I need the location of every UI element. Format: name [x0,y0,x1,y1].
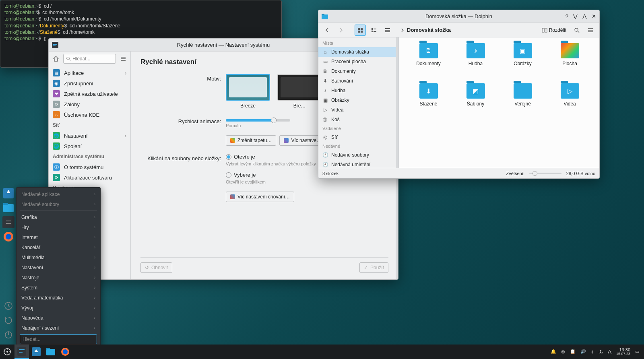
view-details-button[interactable] [382,25,393,36]
history-icon[interactable] [2,300,14,312]
nav-forward-button[interactable] [335,25,347,36]
menu-category[interactable]: Nástroje› [18,272,99,283]
dolphin-breadcrumb[interactable]: Domovská složka [400,27,451,33]
menu-category[interactable]: Kancelář› [18,242,99,252]
file-item[interactable]: ♪Hudba [454,43,497,79]
sidebar-item[interactable]: ❤Zpětná vazba uživatele [49,89,130,99]
task-settings[interactable] [14,345,29,359]
power-icon[interactable] [2,329,14,341]
tray-volume-icon[interactable]: 🔊 [580,349,586,354]
sidebar-home-button[interactable] [51,54,61,64]
menu-category[interactable]: Nastavení› [18,262,99,272]
theme-option[interactable]: Breeze [226,74,270,109]
maximize-button[interactable]: ⋀ [582,13,587,19]
restart-icon[interactable] [2,314,14,326]
refresh-button[interactable]: ↺ Obnovit [140,262,172,273]
dolphin-file-view[interactable]: 🗎Dokumenty♪Hudba▣ObrázkyPlocha⬇Stažené◩Š… [399,37,599,168]
menu-recent-files[interactable]: Nedávné soubory› [18,199,99,209]
tray-desktop-icon[interactable]: ▭ [635,349,639,354]
places-item[interactable]: 🕘Nedávná umístění [318,160,398,168]
file-item[interactable]: Plocha [548,43,591,79]
menu-recent-apps[interactable]: Nedávné aplikace› [18,189,99,199]
places-item[interactable]: 🗎Dokumenty [318,66,398,76]
tray-clipboard-icon[interactable]: 📋 [570,349,576,354]
svg-rect-5 [322,14,328,19]
dolphin-titlebar[interactable]: Domovská složka — Dolphin ? ⋁ ⋀ ✕ [318,10,599,23]
places-item[interactable]: ▷Videa [318,105,398,115]
menu-category[interactable]: Systém› [18,283,99,293]
menu-category[interactable]: Internet› [18,232,99,242]
app-launcher-button[interactable] [0,345,14,359]
change-wallpaper-button[interactable]: Změnit tapetu… [226,135,276,146]
sidebar-item[interactable]: ⓘO tomto systému [49,162,130,172]
sidebar-item[interactable]: ◉Zpřístupnění [49,78,130,89]
svg-rect-0 [52,42,58,48]
chevron-right-icon: › [94,275,95,280]
fav-firefox-icon[interactable] [2,231,14,243]
theme-option[interactable]: Bre… [277,74,322,109]
sidebar-item[interactable]: ▦Aplikace› [49,68,130,78]
fav-discover-icon[interactable] [2,187,14,199]
zoom-slider[interactable] [529,173,561,174]
help-button[interactable]: ? [566,13,568,19]
svg-rect-7 [358,28,360,30]
svg-rect-25 [6,221,11,221]
apply-button[interactable]: ✓ Použít [359,262,388,273]
tray-expand-icon[interactable]: ⋀ [608,349,611,354]
nav-back-button[interactable] [322,25,333,36]
dolphin-menu-button[interactable] [585,25,596,36]
menu-category[interactable]: Hry› [18,222,99,232]
file-item[interactable]: ▷Videa [548,83,591,120]
menu-category[interactable]: Věda a matematika› [18,293,99,303]
minimize-button[interactable]: ⋁ [573,13,578,19]
tray-notifications-icon[interactable]: 🔔 [551,349,556,354]
fav-settings-icon[interactable] [2,216,14,228]
file-item[interactable]: 🗎Dokumenty [407,43,450,79]
places-item[interactable]: ⬇Stahování [318,76,398,86]
dolphin-search-button[interactable] [571,25,582,36]
tray-circle-icon[interactable]: ◎ [561,349,565,354]
settings-hamburger-button[interactable] [118,54,128,64]
svg-rect-12 [374,29,376,29]
chevron-right-icon [400,28,405,32]
task-discover[interactable] [29,345,43,359]
places-item[interactable]: 🗑Koš [318,115,398,124]
task-dolphin[interactable] [43,345,58,359]
menu-category[interactable]: Multimédia› [18,252,99,262]
sidebar-item[interactable]: ⌂Úschovna KDE [49,109,130,120]
sidebar-item-label: Zpřístupnění [64,80,93,87]
places-item[interactable]: ▣Obrázky [318,95,398,105]
places-item[interactable]: ▭Pracovní plocha [318,57,398,66]
sidebar-item[interactable]: ⟳Aktualizace softwaru [49,172,130,183]
view-icons-button[interactable] [355,25,366,36]
places-item[interactable]: ♪Hudba [318,86,398,95]
places-item[interactable]: ◎Síť [318,132,398,142]
close-button[interactable]: ✕ [592,13,596,19]
places-item-label: Videa [331,107,343,113]
sidebar-item[interactable]: 🌐Spojení [49,141,130,151]
places-item[interactable]: 🕘Nedávné soubory [318,150,398,160]
sidebar-item[interactable]: ⟳Zálohy [49,99,130,109]
sidebar-item-label: Zálohy [64,101,80,107]
menu-category[interactable]: Vývoj› [18,303,99,313]
settings-search-input[interactable]: Hledat... [63,54,116,64]
places-item[interactable]: ⌂Domovská složka [318,47,398,57]
task-firefox[interactable] [58,345,72,359]
appmenu-search-input[interactable]: Hledat... [20,334,97,344]
sidebar-item[interactable]: 🌐Nastavení› [49,130,130,141]
split-button[interactable]: Rozdělit [539,25,569,36]
menu-category[interactable]: Napájení / sezení› [18,323,99,333]
animation-speed-slider[interactable] [226,119,290,122]
file-item[interactable]: ⬇Stažené [407,83,450,120]
menu-category[interactable]: Nápověda› [18,313,99,323]
menu-category[interactable]: Grafika› [18,212,99,222]
file-item[interactable]: ◩Šablony [454,83,497,120]
file-item[interactable]: Veřejné [501,83,544,120]
taskbar-clock[interactable]: 13:30 15.07.23 [616,347,630,356]
tray-network-icon[interactable]: 🖧 [599,349,603,354]
tray-bluetooth-icon[interactable]: ᚼ [591,349,594,354]
view-compact-button[interactable] [368,25,380,36]
more-behavior-button[interactable]: Víc nastavení chování… [226,192,294,202]
file-item[interactable]: ▣Obrázky [501,43,544,79]
fav-dolphin-icon[interactable] [2,202,14,214]
